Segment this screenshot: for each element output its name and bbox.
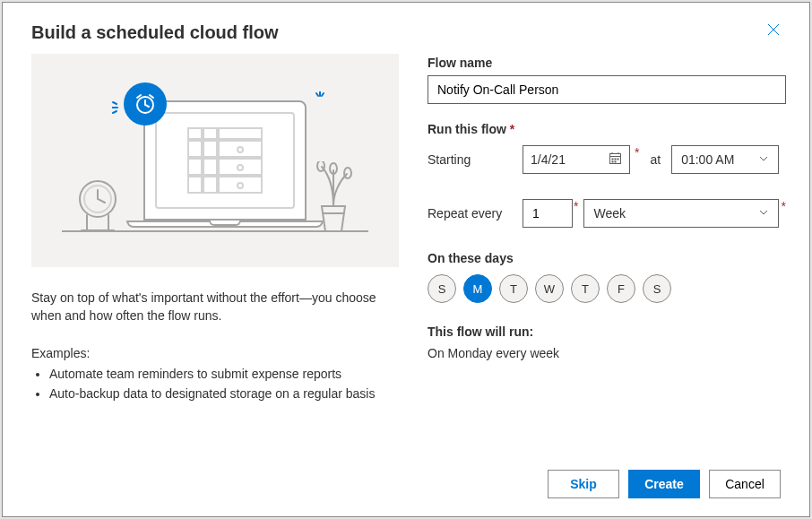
repeat-unit-select[interactable]: Week [583, 199, 779, 228]
svg-rect-11 [615, 161, 617, 163]
days-row: S M T W T F S [428, 274, 786, 303]
example-item: Auto-backup data to designated storage o… [49, 384, 399, 403]
scheduled-flow-dialog: Build a scheduled cloud flow [2, 2, 810, 517]
dialog-footer: Skip Create Cancel [3, 454, 809, 516]
time-select[interactable]: 01:00 AM [671, 145, 779, 174]
clock-decoration [78, 179, 117, 236]
svg-rect-7 [612, 159, 614, 160]
create-button[interactable]: Create [628, 470, 700, 498]
repeat-count-input[interactable] [523, 199, 573, 228]
repeat-every-label: Repeat every [428, 206, 512, 221]
day-sunday[interactable]: S [428, 274, 456, 303]
right-column: Flow name Run this flow Starting 1/4/21 … [428, 54, 786, 454]
at-label: at [650, 152, 661, 167]
summary-label: This flow will run: [428, 324, 786, 339]
examples-heading: Examples: [31, 346, 399, 360]
description-text: Stay on top of what's important without … [31, 289, 399, 324]
examples-list: Automate team reminders to submit expens… [31, 364, 399, 403]
calendar-icon [609, 151, 622, 168]
time-value: 01:00 AM [681, 152, 734, 167]
cancel-button[interactable]: Cancel [709, 470, 781, 498]
svg-rect-9 [618, 159, 619, 160]
svg-rect-10 [612, 161, 614, 163]
chevron-down-icon [758, 206, 769, 221]
chevron-down-icon [758, 152, 769, 167]
starting-date-value: 1/4/21 [531, 152, 566, 167]
left-column: Stay on top of what's important without … [31, 54, 399, 454]
alarm-clock-icon [124, 82, 167, 125]
svg-rect-8 [615, 159, 617, 160]
repeat-unit-value: Week [593, 206, 626, 221]
dialog-body: Stay on top of what's important without … [3, 54, 809, 454]
flow-name-label: Flow name [428, 56, 786, 70]
starting-label: Starting [428, 152, 512, 167]
close-icon[interactable] [766, 22, 781, 39]
run-this-flow-label: Run this flow [428, 122, 786, 136]
day-friday[interactable]: F [607, 274, 635, 303]
flow-name-input[interactable] [428, 75, 786, 104]
skip-button[interactable]: Skip [548, 470, 619, 498]
illustration [31, 54, 399, 267]
summary-value: On Monday every week [428, 346, 786, 360]
dialog-title: Build a scheduled cloud flow [31, 22, 279, 43]
dialog-header: Build a scheduled cloud flow [3, 3, 809, 54]
starting-date-picker[interactable]: 1/4/21 [523, 145, 630, 174]
laptop-illustration [143, 100, 324, 228]
day-saturday[interactable]: S [643, 274, 671, 303]
example-item: Automate team reminders to submit expens… [49, 364, 399, 384]
day-thursday[interactable]: T [571, 274, 600, 303]
day-monday[interactable]: M [463, 274, 492, 303]
svg-point-3 [344, 168, 351, 178]
on-these-days-label: On these days [428, 251, 786, 265]
day-tuesday[interactable]: T [499, 274, 528, 303]
day-wednesday[interactable]: W [535, 274, 564, 303]
